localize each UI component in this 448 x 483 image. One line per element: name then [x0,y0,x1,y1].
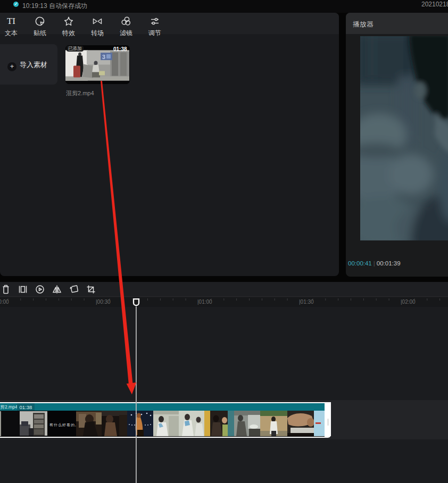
svg-text:|02:00: |02:00 [401,299,416,305]
svg-text:|00:00: |00:00 [0,299,9,305]
svg-text:|01:00: |01:00 [197,299,212,305]
svg-text:3: 3 [102,53,105,60]
svg-text:|01:30: |01:30 [299,299,314,305]
svg-text:|00:30: |00:30 [96,299,111,305]
